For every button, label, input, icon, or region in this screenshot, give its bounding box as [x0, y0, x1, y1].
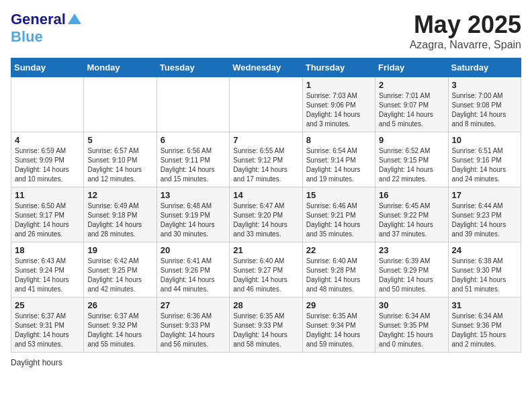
- calendar-cell: 31Sunrise: 6:34 AMSunset: 9:36 PMDayligh…: [448, 298, 521, 353]
- calendar-cell: 5Sunrise: 6:57 AMSunset: 9:10 PMDaylight…: [84, 132, 157, 187]
- calendar-cell: 23Sunrise: 6:39 AMSunset: 9:29 PMDayligh…: [375, 242, 448, 298]
- calendar-cell: 15Sunrise: 6:46 AMSunset: 9:21 PMDayligh…: [302, 187, 375, 242]
- calendar-cell: [11, 77, 84, 132]
- day-info: Sunrise: 6:47 AMSunset: 9:20 PMDaylight:…: [233, 201, 298, 239]
- day-number: 8: [306, 135, 371, 145]
- calendar-cell: 24Sunrise: 6:38 AMSunset: 9:30 PMDayligh…: [448, 242, 521, 298]
- day-info: Sunrise: 6:43 AMSunset: 9:24 PMDaylight:…: [15, 257, 80, 294]
- day-number: 19: [87, 245, 152, 255]
- day-number: 6: [161, 135, 226, 145]
- day-number: 12: [87, 190, 152, 200]
- day-info: Sunrise: 6:40 AMSunset: 9:27 PMDaylight:…: [233, 257, 298, 294]
- day-info: Sunrise: 7:01 AMSunset: 9:07 PMDaylight:…: [379, 91, 444, 129]
- week-row-3: 11Sunrise: 6:50 AMSunset: 9:17 PMDayligh…: [11, 187, 521, 242]
- day-info: Sunrise: 6:42 AMSunset: 9:25 PMDaylight:…: [87, 257, 152, 294]
- calendar-cell: 22Sunrise: 6:40 AMSunset: 9:28 PMDayligh…: [302, 242, 375, 298]
- subtitle: Azagra, Navarre, Spain: [410, 39, 521, 51]
- day-number: 24: [452, 245, 517, 255]
- day-info: Sunrise: 6:35 AMSunset: 9:34 PMDaylight:…: [306, 312, 371, 349]
- calendar-cell: 30Sunrise: 6:34 AMSunset: 9:35 PMDayligh…: [375, 298, 448, 353]
- calendar-cell: 6Sunrise: 6:56 AMSunset: 9:11 PMDaylight…: [157, 132, 229, 187]
- calendar-cell: 25Sunrise: 6:37 AMSunset: 9:31 PMDayligh…: [11, 298, 84, 353]
- day-number: 27: [161, 300, 226, 310]
- day-info: Sunrise: 6:37 AMSunset: 9:31 PMDaylight:…: [15, 312, 80, 349]
- day-info: Sunrise: 6:57 AMSunset: 9:10 PMDaylight:…: [87, 146, 152, 184]
- calendar-cell: 21Sunrise: 6:40 AMSunset: 9:27 PMDayligh…: [230, 242, 302, 298]
- day-number: 17: [452, 190, 517, 200]
- day-number: 31: [452, 300, 517, 310]
- footer-note: Daylight hours: [11, 358, 521, 367]
- day-number: 3: [452, 80, 517, 90]
- calendar-cell: 10Sunrise: 6:51 AMSunset: 9:16 PMDayligh…: [448, 132, 521, 187]
- calendar-cell: 28Sunrise: 6:35 AMSunset: 9:33 PMDayligh…: [230, 298, 302, 353]
- day-number: 20: [161, 245, 226, 255]
- logo-triangle-icon: [68, 13, 81, 24]
- calendar-cell: 17Sunrise: 6:44 AMSunset: 9:23 PMDayligh…: [448, 187, 521, 242]
- calendar-cell: 13Sunrise: 6:48 AMSunset: 9:19 PMDayligh…: [157, 187, 229, 242]
- day-info: Sunrise: 6:44 AMSunset: 9:23 PMDaylight:…: [452, 201, 517, 239]
- day-number: 5: [87, 135, 152, 145]
- calendar-cell: 7Sunrise: 6:55 AMSunset: 9:12 PMDaylight…: [230, 132, 302, 187]
- page-container: General Blue May 2025 Azagra, Navarre, S…: [11, 11, 521, 367]
- calendar-cell: 4Sunrise: 6:59 AMSunset: 9:09 PMDaylight…: [11, 132, 84, 187]
- calendar-cell: 27Sunrise: 6:36 AMSunset: 9:33 PMDayligh…: [157, 298, 229, 353]
- logo-general: General: [11, 11, 66, 28]
- day-info: Sunrise: 6:38 AMSunset: 9:30 PMDaylight:…: [452, 257, 517, 294]
- day-info: Sunrise: 6:54 AMSunset: 9:14 PMDaylight:…: [306, 146, 371, 184]
- main-title: May 2025: [410, 11, 521, 39]
- weekday-header-row: SundayMondayTuesdayWednesdayThursdayFrid…: [11, 58, 521, 77]
- calendar-table: SundayMondayTuesdayWednesdayThursdayFrid…: [11, 58, 521, 353]
- calendar-cell: 12Sunrise: 6:49 AMSunset: 9:18 PMDayligh…: [84, 187, 157, 242]
- day-info: Sunrise: 6:34 AMSunset: 9:36 PMDaylight:…: [452, 312, 517, 349]
- week-row-1: 1Sunrise: 7:03 AMSunset: 9:06 PMDaylight…: [11, 77, 521, 132]
- day-number: 25: [15, 300, 80, 310]
- title-area: May 2025 Azagra, Navarre, Spain: [410, 11, 521, 51]
- weekday-header-wednesday: Wednesday: [230, 58, 302, 77]
- day-number: 7: [233, 135, 298, 145]
- weekday-header-sunday: Sunday: [11, 58, 84, 77]
- weekday-header-tuesday: Tuesday: [157, 58, 229, 77]
- calendar-cell: 14Sunrise: 6:47 AMSunset: 9:20 PMDayligh…: [230, 187, 302, 242]
- calendar-cell: 18Sunrise: 6:43 AMSunset: 9:24 PMDayligh…: [11, 242, 84, 298]
- day-number: 4: [15, 135, 80, 145]
- day-number: 21: [233, 245, 298, 255]
- day-number: 13: [161, 190, 226, 200]
- day-info: Sunrise: 6:40 AMSunset: 9:28 PMDaylight:…: [306, 257, 371, 294]
- calendar-cell: 1Sunrise: 7:03 AMSunset: 9:06 PMDaylight…: [302, 77, 375, 132]
- weekday-header-thursday: Thursday: [302, 58, 375, 77]
- day-number: 1: [306, 80, 371, 90]
- calendar-cell: [157, 77, 229, 132]
- day-number: 11: [15, 190, 80, 200]
- day-info: Sunrise: 6:46 AMSunset: 9:21 PMDaylight:…: [306, 201, 371, 239]
- calendar-cell: 16Sunrise: 6:45 AMSunset: 9:22 PMDayligh…: [375, 187, 448, 242]
- weekday-header-saturday: Saturday: [448, 58, 521, 77]
- day-info: Sunrise: 6:41 AMSunset: 9:26 PMDaylight:…: [161, 257, 226, 294]
- calendar-cell: 2Sunrise: 7:01 AMSunset: 9:07 PMDaylight…: [375, 77, 448, 132]
- day-info: Sunrise: 7:00 AMSunset: 9:08 PMDaylight:…: [452, 91, 517, 129]
- day-info: Sunrise: 6:59 AMSunset: 9:09 PMDaylight:…: [15, 146, 80, 184]
- day-info: Sunrise: 6:35 AMSunset: 9:33 PMDaylight:…: [233, 312, 298, 349]
- calendar-cell: 20Sunrise: 6:41 AMSunset: 9:26 PMDayligh…: [157, 242, 229, 298]
- calendar-cell: 29Sunrise: 6:35 AMSunset: 9:34 PMDayligh…: [302, 298, 375, 353]
- logo: General Blue: [11, 11, 81, 46]
- day-info: Sunrise: 6:48 AMSunset: 9:19 PMDaylight:…: [161, 201, 226, 239]
- day-number: 18: [15, 245, 80, 255]
- day-info: Sunrise: 7:03 AMSunset: 9:06 PMDaylight:…: [306, 91, 371, 129]
- day-number: 22: [306, 245, 371, 255]
- logo-text: General Blue: [11, 11, 81, 46]
- day-info: Sunrise: 6:37 AMSunset: 9:32 PMDaylight:…: [87, 312, 152, 349]
- day-info: Sunrise: 6:51 AMSunset: 9:16 PMDaylight:…: [452, 146, 517, 184]
- calendar-cell: 8Sunrise: 6:54 AMSunset: 9:14 PMDaylight…: [302, 132, 375, 187]
- day-number: 16: [379, 190, 444, 200]
- day-number: 10: [452, 135, 517, 145]
- day-number: 29: [306, 300, 371, 310]
- day-info: Sunrise: 6:49 AMSunset: 9:18 PMDaylight:…: [87, 201, 152, 239]
- calendar-cell: 11Sunrise: 6:50 AMSunset: 9:17 PMDayligh…: [11, 187, 84, 242]
- daylight-label: Daylight hours: [11, 358, 62, 367]
- day-number: 15: [306, 190, 371, 200]
- calendar-cell: [230, 77, 302, 132]
- calendar-cell: 9Sunrise: 6:52 AMSunset: 9:15 PMDaylight…: [375, 132, 448, 187]
- weekday-header-friday: Friday: [375, 58, 448, 77]
- day-number: 14: [233, 190, 298, 200]
- header: General Blue May 2025 Azagra, Navarre, S…: [11, 11, 521, 51]
